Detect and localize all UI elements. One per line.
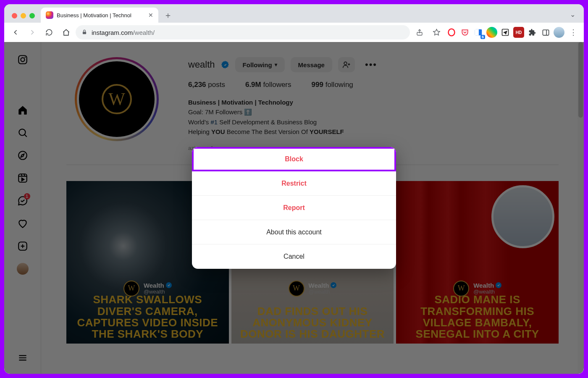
extension-hd-icon[interactable]: HD (513, 27, 524, 38)
annotation-frame: Business | Motivation | Technol ✕ ＋ ⌄ (0, 0, 588, 378)
window-close-button[interactable] (12, 13, 17, 18)
toolbar-right: 6 HD ⋮ (412, 25, 580, 39)
window-minimize-button[interactable] (21, 13, 26, 18)
profile-avatar-button[interactable] (554, 27, 564, 38)
browser-toolbar: instagram.com/wealth/ 6 (4, 23, 584, 42)
restrict-option[interactable]: Restrict (192, 171, 396, 196)
svg-point-2 (449, 29, 455, 36)
extension-rainbow-icon[interactable] (486, 27, 497, 38)
browser-tab[interactable]: Business | Motivation | Technol ✕ (41, 8, 158, 23)
instagram-favicon (46, 11, 53, 19)
account-options-modal: Block Restrict Report About this account… (192, 147, 396, 269)
extension-onetab-icon[interactable]: 6 (473, 27, 484, 38)
reload-button[interactable] (42, 25, 56, 39)
about-account-option[interactable]: About this account (192, 220, 396, 244)
browser-window: Business | Motivation | Technol ✕ ＋ ⌄ (4, 4, 584, 374)
extension-telegram-icon[interactable] (500, 27, 511, 38)
home-button[interactable] (59, 25, 73, 39)
back-button[interactable] (8, 25, 23, 39)
tab-title: Business | Motivation | Technol (57, 12, 145, 18)
share-button[interactable] (412, 25, 427, 39)
cancel-option[interactable]: Cancel (192, 244, 396, 269)
bookmark-button[interactable] (429, 25, 444, 39)
extensions-menu-button[interactable] (527, 27, 538, 38)
window-zoom-button[interactable] (29, 13, 35, 18)
extension-pocket-icon[interactable] (459, 27, 470, 38)
window-controls (9, 13, 37, 23)
svg-rect-4 (475, 29, 479, 36)
tabs-dropdown-button[interactable]: ⌄ (570, 10, 579, 23)
url-text: instagram.com/wealth/ (92, 29, 155, 36)
side-panel-button[interactable] (540, 27, 551, 38)
extension-opera-icon[interactable] (446, 27, 457, 38)
address-bar[interactable]: instagram.com/wealth/ (76, 25, 410, 39)
tab-strip: Business | Motivation | Technol ✕ ＋ ⌄ (4, 4, 584, 23)
svg-rect-0 (83, 32, 86, 34)
svg-rect-6 (543, 30, 549, 35)
browser-menu-button[interactable]: ⋮ (567, 28, 580, 37)
forward-button[interactable] (25, 25, 39, 39)
block-option[interactable]: Block (192, 147, 396, 171)
page-viewport: 1 (4, 42, 584, 374)
onetab-badge: 6 (480, 35, 485, 39)
new-tab-button[interactable]: ＋ (162, 9, 174, 21)
tab-close-button[interactable]: ✕ (148, 12, 153, 18)
report-option[interactable]: Report (192, 196, 396, 220)
lock-icon (81, 29, 87, 36)
